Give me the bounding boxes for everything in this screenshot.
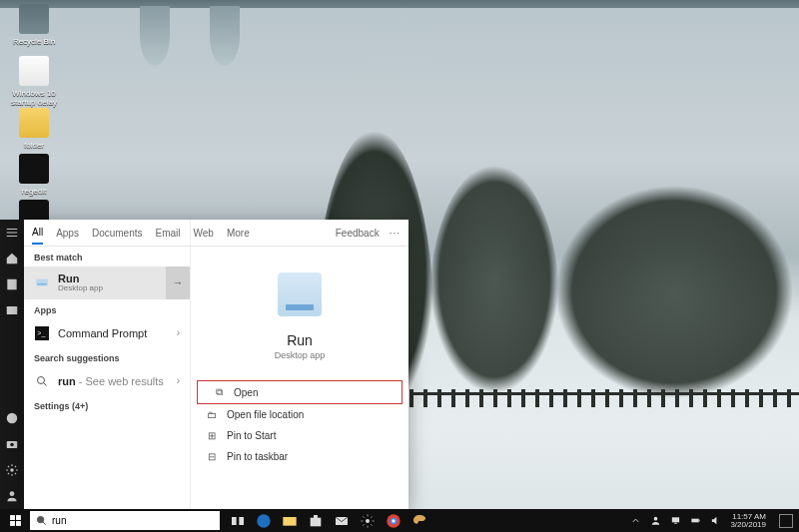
people-icon[interactable] [650, 515, 661, 526]
search-icon [34, 373, 50, 389]
tab-more[interactable]: More [227, 228, 250, 239]
suggestion-suffix: - See web results [76, 375, 164, 387]
preview-title: Run [275, 332, 326, 348]
tab-web[interactable]: Web [194, 228, 214, 239]
svg-rect-7 [36, 279, 48, 286]
tab-email[interactable]: Email [156, 228, 181, 239]
mail-icon[interactable] [334, 513, 350, 529]
tab-documents[interactable]: Documents [92, 228, 143, 239]
pictures-icon[interactable] [5, 303, 19, 317]
tray-overflow-icon[interactable] [630, 515, 641, 526]
tab-all[interactable]: All [32, 227, 43, 245]
tab-apps[interactable]: Apps [56, 228, 79, 239]
user-icon[interactable] [5, 489, 19, 503]
recycle-bin-icon [19, 4, 49, 34]
chrome-icon[interactable] [386, 513, 401, 529]
desktop-icon-recycle-bin[interactable]: Recycle Bin [4, 4, 64, 46]
task-view-button[interactable] [230, 513, 246, 529]
start-button[interactable] [0, 509, 30, 532]
preview-actions: ⧉ Open 🗀 Open file location ⊞ Pin to Sta… [191, 380, 408, 467]
section-best-match: Best match [24, 247, 190, 266]
taskbar-search-input[interactable] [52, 515, 214, 526]
menu-icon[interactable] [5, 226, 19, 240]
terminal-icon [19, 154, 49, 184]
clock-date: 3/20/2019 [730, 521, 766, 529]
camera-icon[interactable] [5, 437, 19, 451]
start-rail [0, 220, 24, 509]
folder-icon: 🗀 [205, 409, 219, 420]
run-icon [278, 272, 322, 316]
svg-point-21 [257, 514, 270, 527]
svg-point-17 [37, 516, 43, 522]
result-subtitle: Desktop app [58, 284, 103, 293]
svg-point-29 [392, 519, 395, 522]
store-icon[interactable] [308, 513, 324, 529]
paint-icon[interactable] [411, 513, 427, 529]
action-open-file-location[interactable]: 🗀 Open file location [191, 404, 408, 425]
wallpaper-tree [554, 185, 794, 399]
svg-rect-32 [675, 523, 678, 524]
result-run[interactable]: Run Desktop app → [24, 266, 190, 299]
svg-rect-31 [672, 517, 679, 522]
run-icon [34, 274, 50, 290]
expand-arrow-icon[interactable]: → [166, 266, 190, 299]
start-search-panel: All Apps Documents Email Web More Feedba… [24, 220, 408, 509]
svg-rect-22 [283, 517, 296, 526]
action-label: Pin to Start [227, 430, 276, 441]
battery-icon[interactable] [690, 515, 701, 526]
preview-hero: Run Desktop app [275, 272, 326, 360]
desktop-icon-label: Windows 10 startup delay [11, 89, 57, 107]
action-pin-to-taskbar[interactable]: ⊟ Pin to taskbar [191, 446, 408, 467]
result-web-run[interactable]: run - See web results › [24, 367, 190, 395]
action-pin-to-start[interactable]: ⊞ Pin to Start [191, 425, 408, 446]
desktop-icon-folder[interactable]: folder [4, 108, 64, 150]
home-icon[interactable] [5, 252, 19, 266]
folder-icon [19, 108, 49, 138]
volume-icon[interactable] [710, 515, 721, 526]
svg-rect-15 [10, 521, 15, 526]
taskbar-search[interactable] [30, 511, 220, 530]
svg-rect-8 [37, 284, 46, 285]
svg-point-6 [10, 491, 15, 496]
svg-rect-14 [16, 515, 21, 520]
chevron-right-icon: › [177, 375, 180, 386]
svg-rect-34 [699, 520, 700, 522]
file-icon [19, 56, 49, 86]
wallpaper-fence [409, 389, 799, 407]
taskbar-clock[interactable]: 11:57 AM 3/20/2019 [730, 513, 766, 529]
wallpaper-tree [429, 165, 559, 394]
svg-rect-24 [314, 515, 318, 518]
edge-icon[interactable] [256, 513, 272, 529]
more-options-icon[interactable]: ··· [390, 228, 400, 239]
svg-rect-20 [239, 517, 244, 525]
action-label: Pin to taskbar [227, 451, 288, 462]
svg-line-12 [44, 382, 47, 385]
settings-icon[interactable] [5, 463, 19, 477]
svg-rect-33 [692, 519, 699, 523]
feedback-link[interactable]: Feedback [336, 228, 380, 239]
chevron-right-icon: › [177, 327, 180, 338]
pin-icon: ⊞ [205, 430, 219, 441]
action-label: Open file location [227, 409, 304, 420]
settings-icon[interactable] [360, 513, 376, 529]
svg-point-2 [7, 413, 18, 424]
open-icon: ⧉ [212, 386, 226, 398]
documents-icon[interactable] [5, 277, 19, 291]
result-command-prompt[interactable]: >_ Command Prompt › [24, 319, 190, 347]
action-label: Open [234, 387, 258, 398]
svg-rect-16 [16, 521, 21, 526]
desktop-icon-regedit[interactable]: regedit [4, 154, 64, 196]
network-icon[interactable] [670, 515, 681, 526]
svg-point-5 [10, 468, 14, 472]
svg-line-18 [43, 522, 46, 525]
action-open[interactable]: ⧉ Open [197, 380, 402, 404]
section-settings[interactable]: Settings (4+) [24, 395, 190, 415]
file-explorer-icon[interactable] [282, 513, 298, 529]
xbox-icon[interactable] [5, 411, 19, 425]
svg-rect-23 [311, 517, 322, 526]
section-suggestions: Search suggestions [24, 347, 190, 367]
action-center-icon[interactable] [779, 514, 793, 528]
search-results-list: Best match Run Desktop app → Apps >_ Com… [24, 220, 190, 509]
desktop-icon-startup[interactable]: Windows 10 startup delay [4, 56, 64, 107]
taskbar-pinned-apps [220, 513, 437, 529]
